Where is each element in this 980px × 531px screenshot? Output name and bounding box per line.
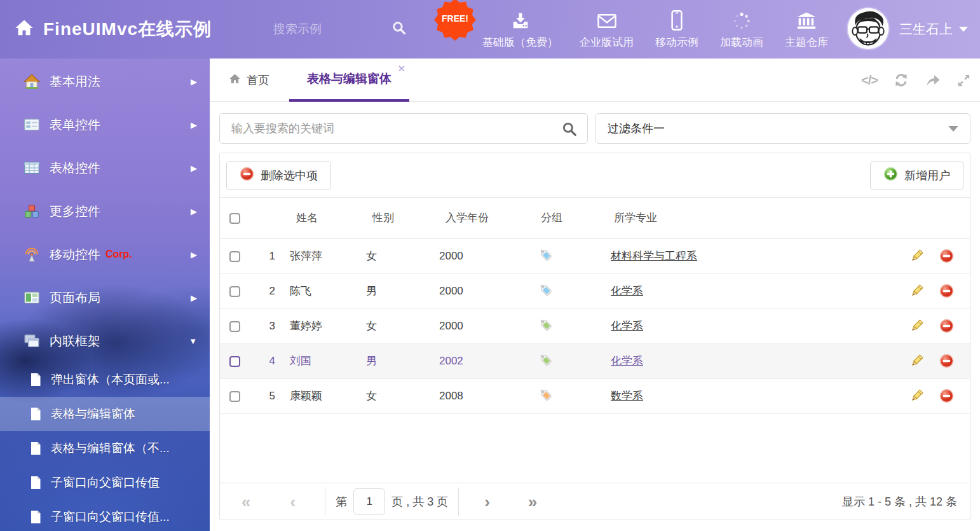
row-index: 4 — [252, 343, 280, 378]
keyword-search-input[interactable] — [220, 114, 587, 143]
prev-page-button[interactable]: ‹ — [290, 493, 296, 510]
sidebar-subitem[interactable]: 子窗口向父窗口传值 — [0, 465, 210, 500]
cell-major: 化学系 — [601, 273, 900, 308]
sidebar-item[interactable]: 表格控件▶ — [0, 146, 210, 190]
major-link[interactable]: 数学系 — [611, 390, 643, 402]
cubes-icon — [23, 203, 41, 219]
edit-icon[interactable] — [909, 354, 924, 368]
table-row[interactable]: 2陈飞男2000化学系 — [220, 273, 970, 308]
sidebar-subitem[interactable]: 弹出窗体（本页面或... — [0, 362, 210, 397]
row-checkbox[interactable] — [229, 391, 240, 402]
select-all-checkbox[interactable] — [229, 213, 240, 224]
sidebar-item[interactable]: 内联框架▼ — [0, 319, 210, 362]
sidebar-subitem[interactable]: 表格与编辑窗体 — [0, 397, 210, 431]
delete-icon[interactable] — [939, 389, 954, 403]
tag-icon — [538, 322, 553, 334]
row-checkbox[interactable] — [229, 286, 240, 297]
row-checkbox[interactable] — [229, 321, 240, 332]
chevron-right-icon: ▶ — [191, 293, 197, 303]
sidebar-item[interactable]: 更多控件▶ — [0, 190, 210, 233]
sidebar-item[interactable]: 移动控件Corp.▶ — [0, 233, 210, 276]
layout-icon — [23, 289, 41, 306]
table-row[interactable]: 3董婷婷女2000化学系 — [220, 308, 970, 343]
cell-gender: 女 — [357, 238, 430, 273]
first-page-button[interactable]: « — [242, 493, 250, 510]
cell-name: 董婷婷 — [280, 308, 357, 343]
row-checkbox[interactable] — [229, 356, 240, 367]
filter-row: 过滤条件一 — [219, 113, 970, 144]
sidebar-item-label: 移动控件 — [50, 246, 100, 263]
header-nav-spinner[interactable]: 加载动画 — [709, 0, 774, 59]
cell-group — [528, 378, 601, 413]
header-nav-mobile[interactable]: 移动示例 — [644, 0, 709, 59]
home-icon — [229, 73, 241, 88]
delete-icon[interactable] — [939, 319, 954, 333]
add-user-button[interactable]: 新增用户 — [870, 161, 963, 190]
page-icon — [28, 475, 43, 490]
major-link[interactable]: 化学系 — [611, 320, 643, 332]
header-nav: 基础版（免费）企业版试用移动示例加载动画主题仓库 — [472, 0, 839, 59]
sidebar-subitem-label: 子窗口向父窗口传值 — [51, 474, 160, 491]
user-menu[interactable]: 三生石上 — [899, 0, 968, 59]
brand[interactable]: FineUIMvc在线示例 — [14, 0, 212, 59]
edit-icon[interactable] — [909, 284, 924, 298]
major-link[interactable]: 材料科学与工程系 — [611, 250, 697, 262]
cell-name: 康颖颖 — [280, 378, 357, 413]
tab-active[interactable]: 表格与编辑窗体 ✕ — [289, 59, 409, 102]
filter-dropdown[interactable]: 过滤条件一 — [595, 113, 970, 144]
view-source-icon[interactable]: </> — [861, 73, 878, 88]
table-row[interactable]: 1张萍萍女2000材料科学与工程系 — [220, 238, 970, 273]
major-link[interactable]: 化学系 — [611, 355, 643, 367]
filter-dropdown-value: 过滤条件一 — [608, 121, 665, 136]
sidebar-item-label: 页面布局 — [50, 289, 100, 307]
avatar[interactable] — [848, 8, 888, 49]
last-page-button[interactable]: » — [528, 493, 537, 510]
row-index: 3 — [252, 308, 280, 343]
sidebar-subitem[interactable]: 表格与编辑窗体（不... — [0, 431, 210, 465]
page-number-input[interactable] — [353, 488, 385, 515]
delete-icon[interactable] — [939, 284, 954, 298]
next-page-button[interactable]: › — [484, 493, 490, 510]
grid-panel: 删除选中项 新增用户 姓名 — [219, 153, 970, 520]
column-actions — [900, 198, 970, 238]
delete-icon[interactable] — [939, 249, 954, 263]
search-icon[interactable] — [561, 121, 578, 140]
page-label-after: 页 , 共 3 页 — [391, 494, 448, 509]
delete-selected-button[interactable]: 删除选中项 — [226, 161, 331, 190]
sidebar-item-label: 表格控件 — [50, 160, 100, 177]
cell-gender: 男 — [357, 273, 430, 308]
open-new-window-icon[interactable] — [925, 72, 941, 88]
row-checkbox[interactable] — [229, 251, 240, 262]
table-row[interactable]: 5康颖颖女2008数学系 — [220, 378, 970, 413]
page-label-before: 第 — [336, 494, 347, 509]
edit-icon[interactable] — [909, 389, 924, 403]
edit-icon[interactable] — [909, 249, 924, 263]
refresh-icon[interactable] — [894, 72, 909, 88]
close-icon[interactable]: ✕ — [397, 63, 405, 74]
header-search[interactable]: 搜索示例 — [273, 0, 407, 59]
edit-icon[interactable] — [909, 319, 924, 333]
cell-gender: 男 — [357, 343, 430, 378]
header-nav-mail[interactable]: 企业版试用 — [569, 0, 644, 59]
header-nav-download[interactable]: 基础版（免费） — [472, 0, 569, 59]
sidebar-item[interactable]: 页面布局▶ — [0, 276, 210, 319]
major-link[interactable]: 化学系 — [611, 285, 643, 297]
chevron-right-icon: ▶ — [191, 120, 197, 130]
plus-circle-icon — [883, 167, 898, 184]
sidebar-subitem[interactable]: 子窗口向父窗口传值... — [0, 500, 210, 531]
header-nav-bank[interactable]: 主题仓库 — [774, 0, 839, 59]
chevron-down-icon: ▼ — [189, 336, 197, 346]
delete-icon[interactable] — [939, 354, 954, 368]
tab-home[interactable]: 首页 — [229, 59, 269, 102]
chevron-down-icon — [959, 27, 968, 32]
header-nav-label: 主题仓库 — [785, 35, 828, 50]
sidebar-item[interactable]: 基本用法▶ — [0, 60, 210, 103]
cell-major: 数学系 — [601, 378, 900, 413]
column-major: 所学专业 — [601, 198, 900, 238]
tag-icon — [538, 252, 553, 265]
minus-circle-icon — [240, 167, 254, 184]
cell-group — [528, 308, 601, 343]
table-row[interactable]: 4刘国男2002化学系 — [220, 343, 970, 378]
sidebar-item[interactable]: 表单控件▶ — [0, 103, 210, 146]
fullscreen-icon[interactable] — [956, 73, 971, 88]
